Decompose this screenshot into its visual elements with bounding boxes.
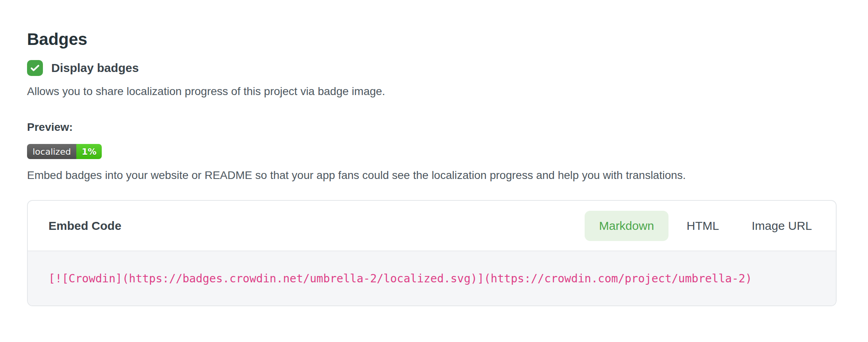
embed-hint-text: Embed badges into your website or README…	[27, 169, 843, 182]
tab-markdown[interactable]: Markdown	[585, 211, 668, 241]
embed-code-card: Embed Code Markdown HTML Image URL [![Cr…	[27, 200, 837, 306]
preview-label: Preview:	[27, 121, 843, 134]
embed-code-tabs: Markdown HTML Image URL	[585, 211, 826, 241]
badge-value: 1%	[76, 144, 101, 159]
checkmark-icon	[29, 62, 41, 74]
tab-image-url[interactable]: Image URL	[737, 211, 826, 241]
display-badges-label: Display badges	[51, 61, 139, 75]
embed-code-snippet[interactable]: [![Crowdin](https://badges.crowdin.net/u…	[48, 272, 752, 285]
badges-settings-section: Badges Display badges Allows you to shar…	[0, 0, 868, 306]
page-title: Badges	[27, 31, 843, 48]
embed-code-title: Embed Code	[48, 219, 121, 233]
badge-label: localized	[27, 144, 76, 159]
embed-code-block[interactable]: [![Crowdin](https://badges.crowdin.net/u…	[28, 251, 836, 305]
localization-badge-preview: localized 1%	[27, 144, 102, 159]
badges-description: Allows you to share localization progres…	[27, 85, 843, 98]
tab-html[interactable]: HTML	[672, 211, 734, 241]
display-badges-checkbox[interactable]	[27, 60, 43, 76]
embed-code-card-header: Embed Code Markdown HTML Image URL	[28, 201, 836, 251]
display-badges-row: Display badges	[27, 60, 843, 76]
